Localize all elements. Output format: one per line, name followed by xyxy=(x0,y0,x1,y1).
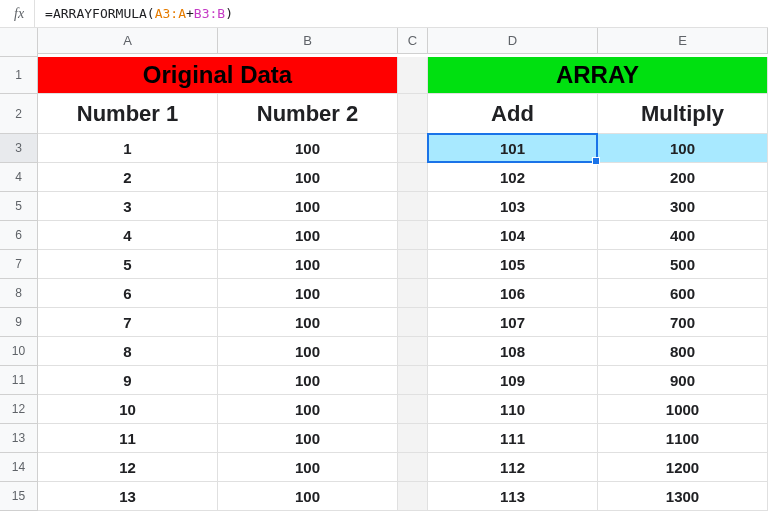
cell-b6[interactable]: 100 xyxy=(218,221,398,250)
col-header-d[interactable]: D xyxy=(428,28,598,54)
cell-e11[interactable]: 900 xyxy=(598,366,768,395)
cell-e7[interactable]: 500 xyxy=(598,250,768,279)
cell-c15[interactable] xyxy=(398,482,428,511)
cell-b4[interactable]: 100 xyxy=(218,163,398,192)
cell-b7[interactable]: 100 xyxy=(218,250,398,279)
header-number2[interactable]: Number 2 xyxy=(218,94,398,134)
cell-b13[interactable]: 100 xyxy=(218,424,398,453)
cell-c6[interactable] xyxy=(398,221,428,250)
row-header-4[interactable]: 4 xyxy=(0,163,38,192)
cell-d4[interactable]: 102 xyxy=(428,163,598,192)
cell-c5[interactable] xyxy=(398,192,428,221)
cell-e9[interactable]: 700 xyxy=(598,308,768,337)
cell-a8[interactable]: 6 xyxy=(38,279,218,308)
spreadsheet-grid: A B C D E 1 Original Data ARRAY 2 Number… xyxy=(0,28,768,511)
cell-a15[interactable]: 13 xyxy=(38,482,218,511)
cell-d6[interactable]: 104 xyxy=(428,221,598,250)
cell-a10[interactable]: 8 xyxy=(38,337,218,366)
cell-b14[interactable]: 100 xyxy=(218,453,398,482)
row-header-5[interactable]: 5 xyxy=(0,192,38,221)
cell-e6[interactable]: 400 xyxy=(598,221,768,250)
cell-a6[interactable]: 4 xyxy=(38,221,218,250)
cell-c10[interactable] xyxy=(398,337,428,366)
formula-op: + xyxy=(186,6,194,21)
cell-a3[interactable]: 1 xyxy=(38,134,218,163)
cell-d14[interactable]: 112 xyxy=(428,453,598,482)
cell-b3[interactable]: 100 xyxy=(218,134,398,163)
cell-a12[interactable]: 10 xyxy=(38,395,218,424)
cell-b9[interactable]: 100 xyxy=(218,308,398,337)
row-header-11[interactable]: 11 xyxy=(0,366,38,395)
row-header-14[interactable]: 14 xyxy=(0,453,38,482)
cell-d11[interactable]: 109 xyxy=(428,366,598,395)
cell-d7[interactable]: 105 xyxy=(428,250,598,279)
formula-ref2: B3:B xyxy=(194,6,225,21)
cell-a13[interactable]: 11 xyxy=(38,424,218,453)
cell-e13[interactable]: 1100 xyxy=(598,424,768,453)
formula-suffix: ) xyxy=(225,6,233,21)
cell-c1[interactable] xyxy=(398,57,428,94)
row-header-1[interactable]: 1 xyxy=(0,57,38,94)
cell-b10[interactable]: 100 xyxy=(218,337,398,366)
cell-e14[interactable]: 1200 xyxy=(598,453,768,482)
cell-c11[interactable] xyxy=(398,366,428,395)
row-header-7[interactable]: 7 xyxy=(0,250,38,279)
row-header-3[interactable]: 3 xyxy=(0,134,38,163)
cell-e5[interactable]: 300 xyxy=(598,192,768,221)
cell-e15[interactable]: 1300 xyxy=(598,482,768,511)
cell-e3[interactable]: 100 xyxy=(598,134,768,163)
row-header-10[interactable]: 10 xyxy=(0,337,38,366)
cell-b8[interactable]: 100 xyxy=(218,279,398,308)
header-multiply[interactable]: Multiply xyxy=(598,94,768,134)
cell-c8[interactable] xyxy=(398,279,428,308)
cell-b11[interactable]: 100 xyxy=(218,366,398,395)
header-original-data[interactable]: Original Data xyxy=(38,57,398,94)
cell-b5[interactable]: 100 xyxy=(218,192,398,221)
formula-bar: fx =ARRAYFORMULA(A3:A+B3:B) xyxy=(0,0,768,28)
cell-c13[interactable] xyxy=(398,424,428,453)
row-header-8[interactable]: 8 xyxy=(0,279,38,308)
cell-d8[interactable]: 106 xyxy=(428,279,598,308)
cell-a9[interactable]: 7 xyxy=(38,308,218,337)
row-header-15[interactable]: 15 xyxy=(0,482,38,511)
cell-d3[interactable]: 101 xyxy=(428,134,598,163)
cell-c12[interactable] xyxy=(398,395,428,424)
header-array[interactable]: ARRAY xyxy=(428,57,768,94)
cell-d10[interactable]: 108 xyxy=(428,337,598,366)
col-header-b[interactable]: B xyxy=(218,28,398,54)
cell-c14[interactable] xyxy=(398,453,428,482)
cell-d15[interactable]: 113 xyxy=(428,482,598,511)
cell-e4[interactable]: 200 xyxy=(598,163,768,192)
cell-a4[interactable]: 2 xyxy=(38,163,218,192)
cell-c3[interactable] xyxy=(398,134,428,163)
row-header-12[interactable]: 12 xyxy=(0,395,38,424)
cell-c7[interactable] xyxy=(398,250,428,279)
cell-b15[interactable]: 100 xyxy=(218,482,398,511)
cell-e8[interactable]: 600 xyxy=(598,279,768,308)
cell-c9[interactable] xyxy=(398,308,428,337)
corner-cell[interactable] xyxy=(0,28,38,57)
cell-c2[interactable] xyxy=(398,94,428,134)
cell-d5[interactable]: 103 xyxy=(428,192,598,221)
cell-d12[interactable]: 110 xyxy=(428,395,598,424)
col-header-c[interactable]: C xyxy=(398,28,428,54)
row-header-6[interactable]: 6 xyxy=(0,221,38,250)
header-add[interactable]: Add xyxy=(428,94,598,134)
cell-d13[interactable]: 111 xyxy=(428,424,598,453)
row-header-9[interactable]: 9 xyxy=(0,308,38,337)
col-header-a[interactable]: A xyxy=(38,28,218,54)
cell-c4[interactable] xyxy=(398,163,428,192)
cell-d9[interactable]: 107 xyxy=(428,308,598,337)
cell-a5[interactable]: 3 xyxy=(38,192,218,221)
header-number1[interactable]: Number 1 xyxy=(38,94,218,134)
cell-a14[interactable]: 12 xyxy=(38,453,218,482)
cell-a7[interactable]: 5 xyxy=(38,250,218,279)
row-header-13[interactable]: 13 xyxy=(0,424,38,453)
cell-b12[interactable]: 100 xyxy=(218,395,398,424)
cell-e10[interactable]: 800 xyxy=(598,337,768,366)
cell-e12[interactable]: 1000 xyxy=(598,395,768,424)
formula-input[interactable]: =ARRAYFORMULA(A3:A+B3:B) xyxy=(35,6,764,21)
col-header-e[interactable]: E xyxy=(598,28,768,54)
cell-a11[interactable]: 9 xyxy=(38,366,218,395)
row-header-2[interactable]: 2 xyxy=(0,94,38,134)
